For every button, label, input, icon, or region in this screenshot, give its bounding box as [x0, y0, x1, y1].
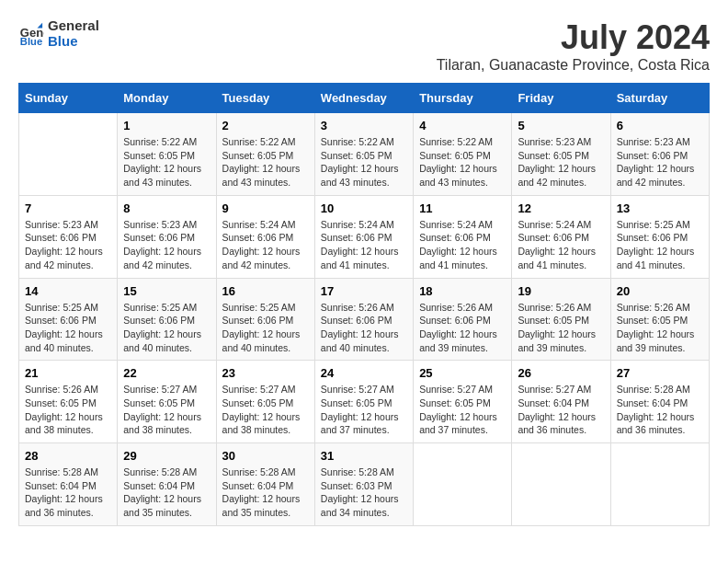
- table-row: 30Sunrise: 5:28 AM Sunset: 6:04 PM Dayli…: [216, 443, 314, 526]
- day-info: Sunrise: 5:22 AM Sunset: 6:05 PM Dayligh…: [222, 135, 309, 190]
- table-row: 31Sunrise: 5:28 AM Sunset: 6:03 PM Dayli…: [314, 443, 413, 526]
- table-row: 28Sunrise: 5:28 AM Sunset: 6:04 PM Dayli…: [19, 443, 118, 526]
- day-number: 12: [518, 201, 604, 215]
- day-info: Sunrise: 5:25 AM Sunset: 6:06 PM Dayligh…: [222, 301, 309, 355]
- day-number: 4: [419, 119, 506, 132]
- logo-blue: Blue: [48, 34, 99, 50]
- table-row: 25Sunrise: 5:27 AM Sunset: 6:05 PM Dayli…: [414, 361, 512, 443]
- logo: General Blue General Blue: [18, 18, 99, 49]
- table-row: [512, 443, 610, 526]
- day-info: Sunrise: 5:23 AM Sunset: 6:06 PM Dayligh…: [617, 135, 703, 190]
- col-wednesday: Wednesday: [314, 84, 413, 113]
- calendar-subtitle: Tilaran, Guanacaste Province, Costa Rica: [437, 57, 710, 74]
- day-info: Sunrise: 5:27 AM Sunset: 6:05 PM Dayligh…: [123, 383, 210, 437]
- calendar-header-row: Sunday Monday Tuesday Wednesday Thursday…: [19, 84, 710, 113]
- day-number: 9: [222, 201, 309, 215]
- table-row: 27Sunrise: 5:28 AM Sunset: 6:04 PM Dayli…: [610, 361, 709, 443]
- day-info: Sunrise: 5:23 AM Sunset: 6:05 PM Dayligh…: [518, 135, 604, 190]
- table-row: 26Sunrise: 5:27 AM Sunset: 6:04 PM Dayli…: [512, 361, 610, 443]
- calendar-week-row: 14Sunrise: 5:25 AM Sunset: 6:06 PM Dayli…: [19, 278, 710, 361]
- day-info: Sunrise: 5:28 AM Sunset: 6:04 PM Dayligh…: [222, 465, 309, 520]
- table-row: 2Sunrise: 5:22 AM Sunset: 6:05 PM Daylig…: [216, 113, 314, 196]
- day-info: Sunrise: 5:22 AM Sunset: 6:05 PM Dayligh…: [419, 135, 506, 190]
- header: General Blue General Blue July 2024 Tila…: [18, 18, 710, 74]
- day-info: Sunrise: 5:22 AM Sunset: 6:05 PM Dayligh…: [123, 135, 210, 190]
- table-row: 1Sunrise: 5:22 AM Sunset: 6:05 PM Daylig…: [118, 113, 216, 196]
- table-row: 23Sunrise: 5:27 AM Sunset: 6:05 PM Dayli…: [216, 361, 314, 443]
- table-row: 12Sunrise: 5:24 AM Sunset: 6:06 PM Dayli…: [512, 195, 610, 278]
- day-info: Sunrise: 5:26 AM Sunset: 6:06 PM Dayligh…: [419, 301, 506, 355]
- day-info: Sunrise: 5:26 AM Sunset: 6:06 PM Dayligh…: [321, 301, 407, 355]
- table-row: 5Sunrise: 5:23 AM Sunset: 6:05 PM Daylig…: [512, 113, 610, 196]
- day-number: 26: [518, 366, 604, 380]
- day-info: Sunrise: 5:23 AM Sunset: 6:06 PM Dayligh…: [25, 218, 111, 272]
- day-info: Sunrise: 5:25 AM Sunset: 6:06 PM Dayligh…: [25, 301, 111, 355]
- day-info: Sunrise: 5:25 AM Sunset: 6:06 PM Dayligh…: [123, 301, 210, 355]
- table-row: 21Sunrise: 5:26 AM Sunset: 6:05 PM Dayli…: [19, 361, 118, 443]
- col-saturday: Saturday: [610, 84, 709, 113]
- table-row: 24Sunrise: 5:27 AM Sunset: 6:05 PM Dayli…: [314, 361, 413, 443]
- table-row: 17Sunrise: 5:26 AM Sunset: 6:06 PM Dayli…: [314, 278, 413, 361]
- day-info: Sunrise: 5:28 AM Sunset: 6:03 PM Dayligh…: [321, 465, 407, 520]
- logo-general: General: [48, 18, 99, 34]
- day-info: Sunrise: 5:26 AM Sunset: 6:05 PM Dayligh…: [617, 301, 703, 355]
- table-row: 19Sunrise: 5:26 AM Sunset: 6:05 PM Dayli…: [512, 278, 610, 361]
- day-number: 24: [321, 366, 407, 380]
- day-info: Sunrise: 5:27 AM Sunset: 6:05 PM Dayligh…: [321, 383, 407, 437]
- day-info: Sunrise: 5:24 AM Sunset: 6:06 PM Dayligh…: [222, 218, 309, 272]
- table-row: 20Sunrise: 5:26 AM Sunset: 6:05 PM Dayli…: [610, 278, 709, 361]
- day-info: Sunrise: 5:28 AM Sunset: 6:04 PM Dayligh…: [123, 465, 210, 520]
- day-info: Sunrise: 5:26 AM Sunset: 6:05 PM Dayligh…: [518, 301, 604, 355]
- day-number: 5: [518, 119, 604, 132]
- day-number: 7: [25, 201, 111, 215]
- col-friday: Friday: [512, 84, 610, 113]
- day-number: 1: [123, 119, 210, 132]
- table-row: 9Sunrise: 5:24 AM Sunset: 6:06 PM Daylig…: [216, 195, 314, 278]
- table-row: 6Sunrise: 5:23 AM Sunset: 6:06 PM Daylig…: [610, 113, 709, 196]
- day-number: 2: [222, 119, 309, 132]
- table-row: [414, 443, 512, 526]
- calendar-week-row: 7Sunrise: 5:23 AM Sunset: 6:06 PM Daylig…: [19, 195, 710, 278]
- day-number: 16: [222, 284, 309, 298]
- day-info: Sunrise: 5:23 AM Sunset: 6:06 PM Dayligh…: [123, 218, 210, 272]
- day-number: 19: [518, 284, 604, 298]
- table-row: 8Sunrise: 5:23 AM Sunset: 6:06 PM Daylig…: [118, 195, 216, 278]
- calendar-week-row: 1Sunrise: 5:22 AM Sunset: 6:05 PM Daylig…: [19, 113, 710, 196]
- table-row: 14Sunrise: 5:25 AM Sunset: 6:06 PM Dayli…: [19, 278, 118, 361]
- col-monday: Monday: [118, 84, 216, 113]
- day-info: Sunrise: 5:24 AM Sunset: 6:06 PM Dayligh…: [321, 218, 407, 272]
- day-info: Sunrise: 5:27 AM Sunset: 6:05 PM Dayligh…: [222, 383, 309, 437]
- day-number: 22: [123, 366, 210, 380]
- col-sunday: Sunday: [19, 84, 118, 113]
- day-number: 31: [321, 449, 407, 463]
- table-row: 4Sunrise: 5:22 AM Sunset: 6:05 PM Daylig…: [414, 113, 512, 196]
- day-info: Sunrise: 5:24 AM Sunset: 6:06 PM Dayligh…: [518, 218, 604, 272]
- day-number: 8: [123, 201, 210, 215]
- day-number: 6: [617, 119, 703, 132]
- table-row: 3Sunrise: 5:22 AM Sunset: 6:05 PM Daylig…: [314, 113, 413, 196]
- day-info: Sunrise: 5:27 AM Sunset: 6:04 PM Dayligh…: [518, 383, 604, 437]
- day-number: 13: [617, 201, 703, 215]
- day-number: 17: [321, 284, 407, 298]
- day-number: 29: [123, 449, 210, 463]
- table-row: 16Sunrise: 5:25 AM Sunset: 6:06 PM Dayli…: [216, 278, 314, 361]
- day-info: Sunrise: 5:28 AM Sunset: 6:04 PM Dayligh…: [617, 383, 703, 437]
- day-number: 14: [25, 284, 111, 298]
- table-row: 10Sunrise: 5:24 AM Sunset: 6:06 PM Dayli…: [314, 195, 413, 278]
- day-number: 28: [25, 449, 111, 463]
- day-number: 10: [321, 201, 407, 215]
- day-number: 21: [25, 366, 111, 380]
- day-number: 11: [419, 201, 506, 215]
- day-info: Sunrise: 5:24 AM Sunset: 6:06 PM Dayligh…: [419, 218, 506, 272]
- table-row: 22Sunrise: 5:27 AM Sunset: 6:05 PM Dayli…: [118, 361, 216, 443]
- day-number: 23: [222, 366, 309, 380]
- day-info: Sunrise: 5:28 AM Sunset: 6:04 PM Dayligh…: [25, 465, 111, 520]
- logo-icon: General Blue: [18, 21, 44, 47]
- day-info: Sunrise: 5:26 AM Sunset: 6:05 PM Dayligh…: [25, 383, 111, 437]
- calendar-title: July 2024: [437, 18, 710, 57]
- day-number: 30: [222, 449, 309, 463]
- title-section: July 2024 Tilaran, Guanacaste Province, …: [437, 18, 710, 74]
- col-thursday: Thursday: [414, 84, 512, 113]
- day-number: 20: [617, 284, 703, 298]
- day-number: 25: [419, 366, 506, 380]
